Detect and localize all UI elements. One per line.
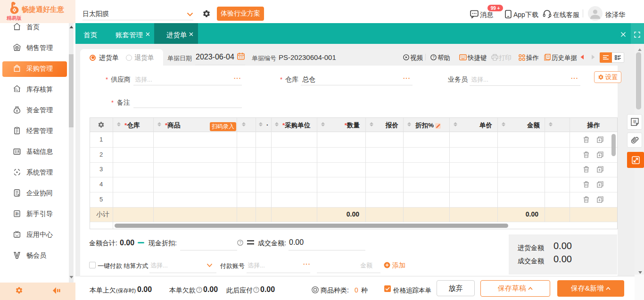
svg-text:?: ? [239,240,241,245]
svg-text:?: ? [255,287,257,292]
svg-text:?: ? [198,287,200,292]
svg-text:?: ? [432,55,435,59]
svg-text:草: 草 [632,119,637,124]
